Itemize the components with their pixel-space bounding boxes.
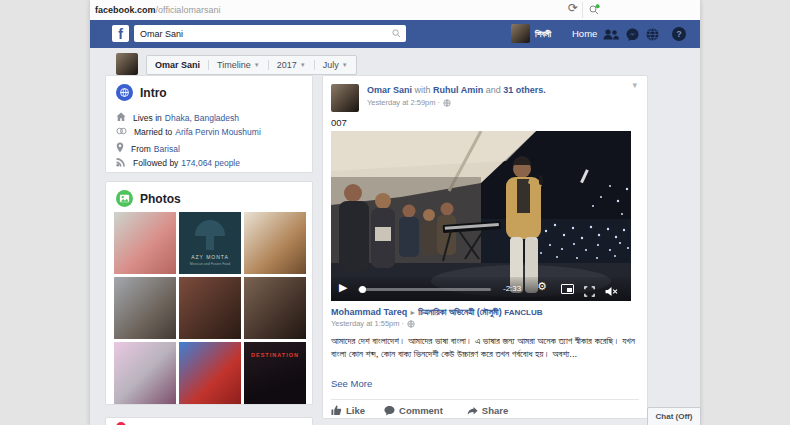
post-body-text: 007: [331, 117, 347, 128]
chat-toggle-tab[interactable]: Chat (Off): [647, 407, 701, 425]
followers-link[interactable]: 174,064 people: [181, 158, 240, 168]
screenshot-canvas: facebook.com/officialomarsani ⟳ Search f…: [0, 0, 790, 425]
video-thumbnail: [331, 131, 631, 301]
video-player[interactable]: ▶ -2:33 ⚙: [331, 131, 631, 301]
photos-icon: [116, 190, 133, 207]
post-timestamp[interactable]: Yesterday at 2:59pm ·: [367, 98, 451, 107]
share-attribution: Mohammad Tareq►চিত্রনায়িকা অভিনেত্রী (ম…: [331, 307, 542, 318]
share-button[interactable]: Share: [467, 405, 508, 416]
lives-link[interactable]: Dhaka, Bangladesh: [165, 113, 239, 123]
intro-lives-row: Lives inDhaka, Bangladesh: [116, 112, 239, 124]
url-domain: facebook.com: [95, 5, 156, 15]
sharer-link[interactable]: Mohammad Tareq: [331, 307, 407, 317]
muted-volume-icon[interactable]: [605, 283, 618, 301]
intro-globe-icon: [116, 84, 133, 101]
chevron-down-icon: ▼: [342, 62, 348, 68]
facebook-search-input[interactable]: Omar Sani: [134, 25, 406, 42]
see-more-link[interactable]: See More: [331, 378, 372, 389]
refresh-icon[interactable]: ⟳: [568, 1, 578, 15]
post-author-link[interactable]: Omar Sani: [367, 85, 412, 95]
group-link[interactable]: চিত্রনায়িকা অভিনেত্রী (মৌসুমী): [418, 307, 501, 317]
video-progress-bar[interactable]: [358, 288, 491, 291]
post-card: ▾ Omar Sani with Ruhul Amin and 31 other…: [322, 75, 648, 419]
profile-nav-avatar[interactable]: [116, 53, 138, 75]
fullscreen-icon[interactable]: [584, 283, 595, 301]
photo-grid: AZY MONTAMexican and Fusion Food DESTINA…: [114, 212, 306, 404]
play-icon[interactable]: ▶: [339, 281, 347, 294]
married-rings-icon: [116, 127, 127, 137]
post-title: Omar Sani with Ruhul Amin and 31 others.: [367, 85, 546, 95]
browser-address-bar: facebook.com/officialomarsani ⟳ Search: [90, 0, 700, 21]
privacy-globe-icon: [443, 99, 451, 107]
share-arrow-glyph: ►: [407, 309, 418, 316]
photo-thumbnail[interactable]: [244, 277, 306, 339]
breadcrumb-profile[interactable]: Omar Sani: [147, 60, 208, 70]
help-icon[interactable]: ?: [672, 27, 686, 41]
post-options-chevron-icon[interactable]: ▾: [632, 80, 637, 90]
tagged-friend-link[interactable]: Ruhul Amin: [433, 85, 483, 95]
photo-thumbnail[interactable]: [244, 212, 306, 274]
browser-search-icon: [589, 1, 600, 19]
comment-button[interactable]: Comment: [384, 405, 443, 416]
facebook-search-value: Omar Sani: [140, 29, 183, 39]
intro-card: Intro Lives inDhaka, Bangladesh Married …: [105, 75, 313, 173]
breadcrumb-timeline-dropdown[interactable]: Timeline▼: [208, 60, 268, 70]
settings-gear-icon[interactable]: ⚙: [537, 280, 547, 293]
fb-search-icon: [392, 29, 401, 38]
privacy-globe-icon: [407, 320, 415, 328]
browser-window: facebook.com/officialomarsani ⟳ Search f…: [90, 0, 700, 425]
location-pin-icon: [116, 142, 124, 155]
breadcrumb: Omar Sani Timeline▼ 2017▼ July▼: [146, 55, 357, 75]
browser-search-input[interactable]: Search: [589, 2, 695, 17]
photo-thumbnail[interactable]: [179, 342, 241, 404]
chevron-down-icon: ▼: [300, 62, 306, 68]
header-avatar[interactable]: [511, 24, 530, 43]
post-divider: [331, 399, 639, 400]
shared-post-timestamp[interactable]: Yesterday at 1:55pm ·: [331, 319, 415, 328]
photo-thumbnail[interactable]: [179, 277, 241, 339]
photos-card: Photos AZY MONTAMexican and Fusion Food …: [105, 181, 313, 405]
page-content: Omar Sani Timeline▼ 2017▼ July▼ Intro Li…: [90, 48, 700, 425]
partial-section-card: [105, 417, 313, 425]
post-actions-bar: Like Comment Share: [331, 405, 508, 416]
video-time-remaining: -2:33: [503, 284, 521, 293]
notifications-globe-icon[interactable]: [646, 27, 659, 45]
friend-requests-icon[interactable]: [603, 27, 619, 45]
photo-thumbnail[interactable]: [114, 342, 176, 404]
intro-from-row: FromBarisal: [116, 142, 180, 155]
photos-title: Photos: [140, 192, 181, 206]
breadcrumb-year-dropdown[interactable]: 2017▼: [268, 60, 314, 70]
like-button[interactable]: Like: [331, 405, 365, 416]
post-message-text: আমাদের দেশ বাংলাদেশ। আমাদের ভাষা বাংলা। …: [331, 334, 639, 360]
messenger-icon[interactable]: [626, 27, 639, 45]
intro-followed-row: Followed by174,064 people: [116, 157, 240, 169]
like-thumb-icon: [331, 405, 342, 416]
photo-thumbnail[interactable]: [114, 212, 176, 274]
chevron-down-icon: ▼: [254, 62, 260, 68]
post-author-avatar[interactable]: [331, 84, 359, 112]
hometown-link[interactable]: Barisal: [154, 144, 180, 154]
spouse-link[interactable]: Arifa Pervin Moushumi: [175, 127, 261, 137]
home-link[interactable]: Home: [572, 28, 597, 39]
toolbar-divider: [582, 2, 583, 18]
followers-rss-icon: [116, 157, 126, 169]
group-link-en[interactable]: FANCLUB: [504, 308, 542, 317]
url-text[interactable]: facebook.com/officialomarsani: [95, 5, 220, 15]
video-controls-bar: ▶ -2:33 ⚙: [331, 277, 631, 301]
share-arrow-icon: [467, 406, 478, 416]
facebook-logo[interactable]: f: [112, 25, 129, 42]
comment-bubble-icon: [384, 405, 395, 416]
photo-thumbnail[interactable]: [114, 277, 176, 339]
photo-thumbnail-logo[interactable]: AZY MONTAMexican and Fusion Food: [179, 212, 241, 274]
intro-married-row: Married toArifa Pervin Moushumi: [116, 127, 261, 137]
url-path: /officialomarsani: [156, 5, 221, 15]
tagged-others-link[interactable]: 31 others.: [503, 85, 546, 95]
breadcrumb-month-dropdown[interactable]: July▼: [314, 60, 356, 70]
facebook-header: f Omar Sani শিবলী Home ?: [90, 20, 700, 48]
video-progress-knob[interactable]: [359, 286, 366, 293]
photo-thumbnail-poster[interactable]: DESTINATION: [244, 342, 306, 404]
pip-icon[interactable]: [561, 284, 574, 294]
header-profile-name[interactable]: শিবলী: [535, 29, 551, 40]
lives-house-icon: [116, 112, 126, 124]
intro-title: Intro: [140, 86, 167, 100]
